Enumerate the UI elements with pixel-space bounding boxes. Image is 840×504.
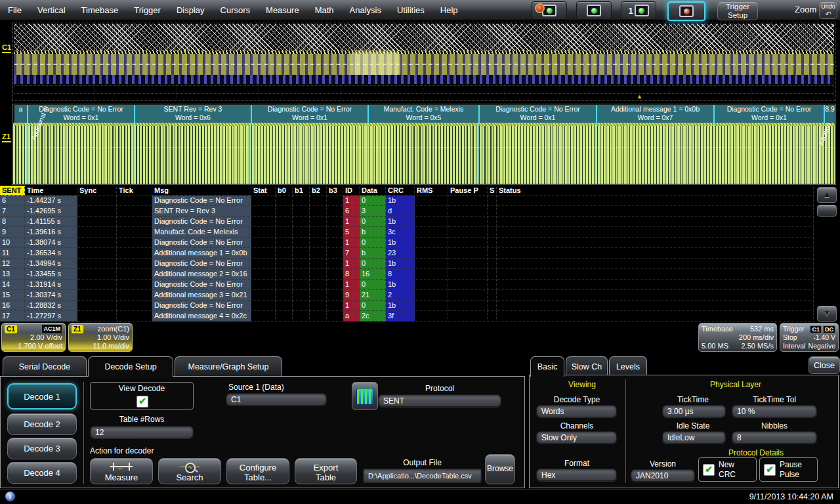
table-scrollbar-thumb[interactable]: [817, 205, 837, 217]
decode-3-button[interactable]: Decode 3: [7, 438, 77, 459]
table-rows-field[interactable]: 12: [90, 426, 194, 438]
cell-tick: [117, 311, 152, 322]
tab-measure-graph-setup[interactable]: Measure/Graph Setup: [175, 356, 282, 376]
c1-waveform-grid[interactable]: [12, 22, 836, 101]
view-decode-checkbox[interactable]: ✔: [136, 396, 148, 408]
z1-scroll-right-arrow[interactable]: →: [827, 172, 835, 181]
menu-item-trigger[interactable]: Trigger: [126, 5, 169, 15]
menu-item-help[interactable]: Help: [432, 5, 466, 15]
protocol-details-header: Protocol Details: [694, 448, 818, 457]
nibbles-field[interactable]: 8: [732, 431, 817, 444]
decode-2-button[interactable]: Decode 2: [7, 413, 77, 435]
cell-stat: [251, 290, 276, 301]
z1-zoom-waveform-grid[interactable]: aDiagnostic Code = No ErrorWord = 0x1SEN…: [12, 104, 836, 185]
table-row[interactable]: 8-1.41155 sDiagnostic Code = No Error101…: [0, 217, 814, 227]
table-row[interactable]: 11-1.36534 sAdditional message 1 = 0x0b7…: [0, 248, 814, 259]
cell-id: 9: [343, 290, 360, 301]
browse-button[interactable]: Browse: [485, 454, 515, 484]
cell-rms: [415, 248, 448, 259]
table-row[interactable]: 16-1.28832 sDiagnostic Code = No Error10…: [0, 301, 814, 311]
menu-item-cursors[interactable]: Cursors: [213, 5, 259, 15]
trigger-descriptor-box[interactable]: Trigger C1DC Stop -1.40 V Interval Negat…: [780, 323, 839, 352]
format-label: Format: [537, 459, 617, 468]
protocol-field[interactable]: SENT: [378, 394, 501, 407]
decode-type-field[interactable]: Words: [536, 405, 617, 417]
table-row[interactable]: 14-1.31914 sDiagnostic Code = No Error10…: [0, 280, 814, 290]
z1-descriptor-box[interactable]: Z1 zoom(C1) 1.00 V/div 11.0 ms/div: [68, 323, 133, 352]
cell-index: 8: [0, 217, 25, 227]
cell-b1: [293, 280, 310, 290]
ticktime-tol-field[interactable]: 10 %: [732, 405, 817, 417]
table-row[interactable]: 6-1.44237 sDiagnostic Code = No Error101…: [0, 196, 814, 206]
new-crc-checkbox[interactable]: ✔: [703, 464, 715, 476]
menu-item-utilities[interactable]: Utilities: [389, 5, 432, 15]
trigger-position-marker[interactable]: ▲: [637, 93, 642, 100]
decode-4-button[interactable]: Decode 4: [7, 462, 77, 484]
measure-button[interactable]: ↔ Measure: [90, 458, 153, 484]
menu-item-display[interactable]: Display: [169, 5, 213, 15]
menu-item-file[interactable]: File: [0, 5, 30, 15]
cell-sync: [77, 280, 117, 290]
close-button[interactable]: Close: [808, 356, 840, 374]
configure-table-button[interactable]: ConfigureTable...: [226, 458, 289, 484]
tab-levels[interactable]: Levels: [609, 356, 647, 376]
protocol-icon-button[interactable]: [352, 382, 378, 410]
cell-b2: [310, 290, 327, 301]
cell-crc: 1b: [386, 280, 415, 290]
tab-serial-decode[interactable]: Serial Decode: [3, 356, 87, 376]
cell-time: -1.36534 s: [25, 248, 77, 259]
c1-descriptor-box[interactable]: C1 AC1M 2.00 V/div 1.700 V offset: [1, 323, 66, 352]
cell-stat: [251, 227, 276, 238]
undo-button[interactable]: Undo ↶: [819, 1, 837, 19]
channels-field[interactable]: Slow Only: [536, 431, 617, 444]
decode-1-button[interactable]: Decode 1: [7, 383, 77, 410]
menu-item-analysis[interactable]: Analysis: [342, 5, 389, 15]
cell-stat: [251, 196, 276, 206]
format-field[interactable]: Hex: [536, 469, 617, 481]
pause-pulse-checkbox[interactable]: ✔: [764, 464, 776, 476]
z1-trace-underline: [2, 141, 11, 142]
table-scroll-up-button[interactable]: ▲: [817, 187, 837, 203]
cell-stat: [251, 238, 276, 248]
table-row[interactable]: 7-1.42695 sSENT Rev = Rev 363d: [0, 206, 814, 217]
trigger-source-chip: C1: [810, 326, 822, 333]
tab-decode-setup[interactable]: Decode Setup: [88, 356, 173, 377]
trigger-auto-button[interactable]: [532, 1, 567, 20]
output-file-field[interactable]: D:\Applicatio...\DecodeTable.csv: [363, 469, 482, 482]
tab-basic[interactable]: Basic: [530, 356, 564, 377]
table-row[interactable]: 10-1.38074 sDiagnostic Code = No Error10…: [0, 238, 814, 248]
export-table-button[interactable]: ExportTable: [295, 458, 357, 484]
table-row[interactable]: 12-1.34994 sDiagnostic Code = No Error10…: [0, 259, 814, 269]
menu-item-measure[interactable]: Measure: [258, 5, 307, 15]
search-button[interactable]: ∿ Search: [158, 458, 221, 484]
table-row[interactable]: 17-1.27297 sAdditional message 4 = 0x2ca…: [0, 311, 814, 322]
c1-zoom-highlight-region[interactable]: [352, 52, 398, 76]
idle-state-field[interactable]: IdleLow: [662, 431, 726, 444]
timebase-descriptor-box[interactable]: Timebase 532 ms 200 ms/div 5.00 MS 2.50 …: [698, 323, 777, 352]
tab-slow-ch[interactable]: Slow Ch: [566, 356, 608, 376]
table-row[interactable]: 9-1.39616 sManufact. Code = Melexis5b3c: [0, 227, 814, 238]
cell-msg: Additional message 2 = 0x16: [152, 269, 251, 280]
cell-data: b: [360, 227, 386, 238]
trigger-stop-button[interactable]: [667, 1, 705, 21]
cell-b2: [310, 269, 327, 280]
trigger-normal-button[interactable]: [576, 1, 612, 20]
table-scroll-down-button[interactable]: ▼: [817, 306, 837, 322]
z1-decode-segment-partial: a: [14, 105, 27, 123]
table-row[interactable]: 13-1.33455 sAdditional message 2 = 0x168…: [0, 269, 814, 280]
ticktime-field[interactable]: 3.00 µs: [662, 405, 726, 417]
cell-msg: SENT Rev = Rev 3: [152, 206, 251, 217]
timebase-rate: 2.50 MS/s: [741, 342, 774, 350]
menu-item-vertical[interactable]: Vertical: [30, 5, 74, 15]
cell-tick: [117, 269, 152, 280]
trigger-single-button[interactable]: 1: [621, 1, 656, 20]
table-row[interactable]: 15-1.30374 sAdditional message 3 = 0x219…: [0, 290, 814, 301]
trigger-setup-button[interactable]: Trigger Setup: [717, 1, 758, 20]
menu-item-math[interactable]: Math: [307, 5, 342, 15]
cell-s: [488, 280, 497, 290]
info-icon[interactable]: i: [5, 492, 15, 501]
source-field[interactable]: C1: [226, 393, 327, 406]
menu-item-timebase[interactable]: Timebase: [74, 5, 127, 15]
c1-gridline-horizontal: [14, 93, 834, 94]
version-field[interactable]: JAN2010: [631, 469, 695, 482]
